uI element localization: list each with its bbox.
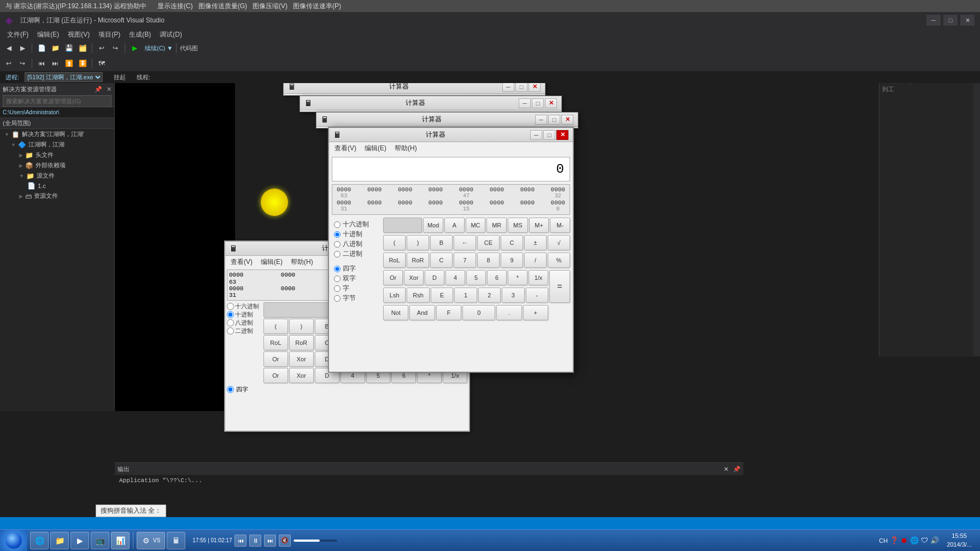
btn-E[interactable]: E [431, 288, 453, 303]
btn-MC[interactable]: MC [466, 218, 486, 233]
calc-view-menu[interactable]: 查看(V) [332, 143, 359, 154]
btn-Mminus[interactable]: M- [550, 218, 570, 233]
btn-Rsh[interactable]: Rsh [407, 288, 429, 303]
sec-radio-dec[interactable]: 十进制 [227, 310, 262, 319]
btn-minus[interactable]: - [526, 288, 548, 303]
btn-5[interactable]: 5 [466, 270, 486, 285]
sec-qword-radio[interactable] [227, 386, 234, 393]
tb-undo-button[interactable]: ↩ [96, 42, 108, 54]
sec-radio-oct[interactable]: 八进制 [227, 319, 262, 327]
sec-btn-Rsh2[interactable]: Xor [289, 368, 314, 383]
tray-help-icon[interactable]: ❓ [890, 536, 899, 544]
project-item[interactable]: ▼ 🔷 江湖啊，江湖 [0, 139, 114, 150]
btn-7[interactable]: 7 [454, 253, 476, 268]
stop-button[interactable]: 🔇 [279, 535, 291, 547]
btn-4[interactable]: 4 [445, 270, 465, 285]
menu-project[interactable]: 项目(P) [94, 29, 125, 40]
btn-RoL[interactable]: RoL [383, 253, 406, 268]
menu-edit[interactable]: 编辑(E) [33, 29, 63, 40]
search-solution-input[interactable] [3, 95, 112, 107]
taskbar-clock[interactable]: 15:55 2014/3/... [941, 532, 977, 549]
calc-min-4[interactable]: ─ [502, 82, 514, 92]
btn-mod[interactable]: Mod [423, 218, 443, 233]
tb-save-button[interactable]: 💾 [63, 42, 75, 54]
calc-close-5[interactable]: ✕ [545, 98, 557, 108]
qword-radio-label[interactable]: 四字 [334, 264, 380, 273]
remote-connect[interactable]: 显示连接(C) [157, 2, 193, 11]
btn-2[interactable]: 2 [478, 288, 501, 303]
sec-btn-rpar[interactable]: ) [289, 319, 314, 334]
sec-btn-Xor2[interactable]: Xor [289, 351, 314, 367]
btn-RoR[interactable]: RoR [407, 253, 429, 268]
remote-rate[interactable]: 图像传送速率(P) [293, 2, 341, 11]
btn-C2[interactable]: C [430, 253, 453, 268]
remote-compress[interactable]: 图像压缩(V) [253, 2, 287, 11]
header-files-item[interactable]: ▶ 📁 头文件 [0, 150, 114, 160]
oct-radio[interactable] [334, 241, 341, 248]
menu-file[interactable]: 文件(F) [3, 29, 33, 40]
sec-btn-RoL2[interactable]: RoL [263, 335, 288, 350]
btn-C[interactable]: C [501, 235, 523, 250]
tb-open-button[interactable]: 📁 [49, 42, 61, 54]
bin-radio[interactable] [334, 251, 341, 257]
taskbar-pptv-button[interactable]: 📺 [91, 532, 109, 549]
file-1c-item[interactable]: 📄 1.c [0, 181, 114, 191]
btn-rpar[interactable]: ) [407, 235, 429, 250]
dword-radio[interactable] [334, 276, 341, 282]
btn-dot[interactable]: . [496, 305, 521, 320]
hex-radio[interactable] [334, 221, 341, 228]
dec-radio-label[interactable]: 十进制 [334, 230, 380, 239]
calc-max-6[interactable]: □ [548, 115, 560, 125]
editor-area[interactable] [115, 83, 235, 411]
play-prev-button[interactable]: ⏮ [234, 535, 247, 547]
btn-9[interactable]: 9 [501, 253, 523, 268]
tb2-btn5[interactable]: ⏫ [63, 57, 75, 69]
btn-A[interactable]: A [444, 218, 465, 233]
vs-maximize-button[interactable]: □ [943, 15, 958, 26]
dec-radio[interactable] [334, 231, 341, 238]
process-selector[interactable]: [5192] 江湖啊，江湖.exe [25, 72, 103, 82]
tb-new-button[interactable]: 📄 [36, 42, 48, 54]
sec-btn-RoR2[interactable]: RoR [289, 335, 314, 350]
menu-build[interactable]: 生成(B) [125, 29, 155, 40]
sec-radio-bin-input[interactable] [227, 327, 234, 335]
tb2-btn6[interactable]: ⏬ [77, 57, 89, 69]
btn-F[interactable]: F [436, 305, 461, 320]
calc-min-5[interactable]: ─ [519, 98, 531, 108]
btn-1[interactable]: 1 [454, 288, 477, 303]
calc-min-6[interactable]: ─ [535, 115, 547, 125]
tb-continue-button[interactable]: ▶ [128, 42, 140, 54]
calc-main-close-button[interactable]: ✕ [556, 130, 568, 140]
btn-MS[interactable]: MS [508, 218, 528, 233]
btn-empty-space[interactable] [383, 218, 422, 233]
btn-lpar[interactable]: ( [383, 235, 406, 250]
btn-pct[interactable]: % [548, 253, 570, 268]
calc-help-menu[interactable]: 帮助(H) [392, 143, 420, 154]
btn-D[interactable]: D [425, 270, 444, 285]
btn-Mplus[interactable]: M+ [529, 218, 549, 233]
tb-saveall-button[interactable]: 🗂️ [77, 42, 89, 54]
tb2-code-button[interactable]: 🗺 [96, 57, 108, 69]
qword-radio[interactable] [334, 266, 341, 272]
tb-redo-button[interactable]: ↪ [109, 42, 121, 54]
tb2-btn3[interactable]: ⏮ [36, 57, 48, 69]
vs-close-button[interactable]: ✕ [960, 15, 975, 26]
taskbar-media-button[interactable]: ▶ [71, 532, 89, 549]
start-button[interactable] [0, 530, 27, 552]
taskbar-ppt-button[interactable]: 📊 [111, 532, 130, 549]
sec-radio-hex[interactable]: 十六进制 [227, 302, 262, 310]
btn-Lsh[interactable]: Lsh [383, 288, 406, 303]
btn-Or[interactable]: Or [383, 270, 403, 285]
volume-slider[interactable] [294, 540, 337, 542]
tray-record-icon[interactable]: ⏺ [901, 536, 908, 544]
pause-button[interactable]: ⏸ [249, 535, 261, 547]
hex-radio-label[interactable]: 十六进制 [334, 220, 380, 229]
output-pin-button[interactable]: 📌 [733, 466, 741, 473]
btn-sqrt[interactable]: √ [548, 235, 570, 250]
calc-edit-menu[interactable]: 编辑(E) [362, 143, 389, 154]
tb2-btn1[interactable]: ↩ [3, 57, 15, 69]
word-radio-input[interactable] [334, 285, 341, 292]
sec-radio-dec-input[interactable] [227, 311, 234, 318]
tb-forward-button[interactable]: ▶ [16, 42, 28, 54]
btn-And[interactable]: And [409, 305, 435, 320]
